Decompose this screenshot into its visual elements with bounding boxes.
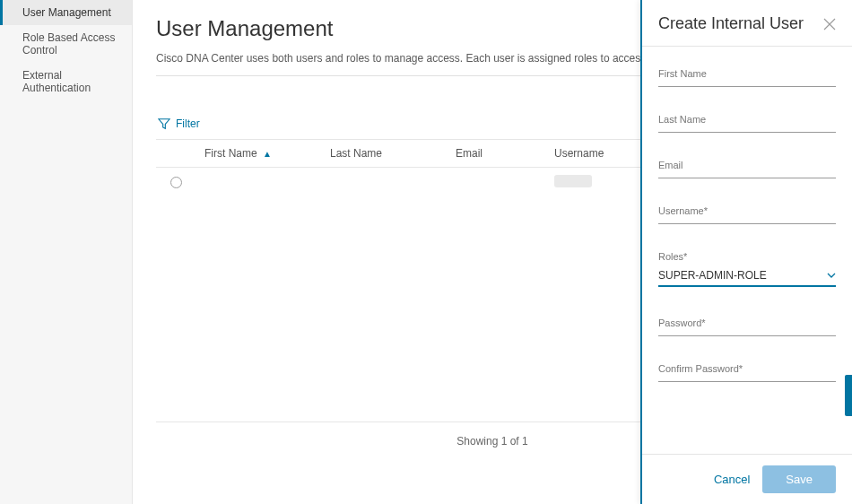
sort-asc-icon: ▲ bbox=[263, 149, 272, 159]
column-header-username[interactable]: Username bbox=[545, 140, 653, 167]
cell-last-name bbox=[321, 176, 447, 190]
cell-first-name bbox=[196, 176, 321, 190]
first-name-input[interactable] bbox=[658, 68, 836, 87]
sidebar: User Management Role Based Access Contro… bbox=[0, 0, 133, 504]
roles-select-value: SUPER-ADMIN-ROLE bbox=[658, 269, 767, 282]
close-icon[interactable] bbox=[823, 18, 836, 30]
username-input[interactable] bbox=[658, 205, 836, 224]
chevron-down-icon bbox=[827, 271, 836, 280]
save-button[interactable]: Save bbox=[762, 465, 836, 493]
sidebar-item-rbac[interactable]: Role Based Access Control bbox=[0, 25, 132, 63]
cell-email bbox=[447, 176, 545, 190]
row-select-radio[interactable] bbox=[170, 177, 182, 188]
sidebar-item-external-auth[interactable]: External Authentication bbox=[0, 63, 132, 100]
cell-username bbox=[545, 168, 653, 197]
column-header-first-name-label: First Name bbox=[204, 147, 257, 160]
column-header-first-name[interactable]: First Name ▲ bbox=[196, 140, 321, 167]
column-header-email[interactable]: Email bbox=[447, 140, 545, 167]
password-input[interactable] bbox=[658, 317, 836, 336]
create-user-drawer: Create Internal User First Name Last Nam… bbox=[640, 0, 852, 504]
column-header-last-name[interactable]: Last Name bbox=[321, 140, 447, 167]
redacted-value bbox=[554, 175, 592, 187]
drawer-title: Create Internal User bbox=[658, 14, 804, 33]
filter-label: Filter bbox=[176, 117, 200, 130]
confirm-password-input[interactable] bbox=[658, 363, 836, 382]
cancel-button[interactable]: Cancel bbox=[714, 473, 750, 486]
filter-icon bbox=[158, 117, 170, 130]
sidebar-item-user-management[interactable]: User Management bbox=[0, 0, 132, 25]
roles-select[interactable]: SUPER-ADMIN-ROLE bbox=[658, 267, 836, 287]
last-name-input[interactable] bbox=[658, 114, 836, 133]
feedback-handle[interactable] bbox=[845, 375, 852, 416]
email-input[interactable] bbox=[658, 160, 836, 178]
roles-label: Roles* bbox=[658, 251, 836, 262]
